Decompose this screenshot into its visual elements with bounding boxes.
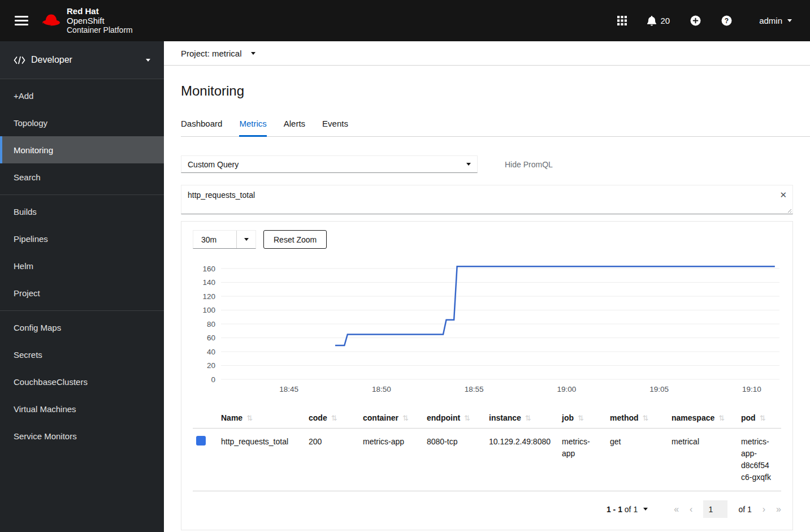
pager-nav: « ‹ of 1 › » — [674, 500, 781, 518]
chevron-down-icon — [244, 238, 249, 241]
masthead: Red Hat OpenShift Container Platform 20 — [0, 0, 810, 41]
perspective-switcher[interactable]: Developer — [0, 41, 164, 79]
project-selector[interactable]: Project: metrical — [181, 49, 255, 58]
brand-logo: Red Hat OpenShift Container Platform — [41, 7, 133, 34]
metrics-chart[interactable]: 02040608010012014016018:4518:5018:5519:0… — [193, 257, 781, 397]
redhat-hat-icon — [41, 13, 62, 29]
chevron-down-icon — [146, 59, 150, 62]
sidebar-item-add[interactable]: +Add — [0, 82, 164, 109]
cell-pod: metrics-app-d8c6f54c6-gxqfk — [741, 429, 781, 491]
help-button[interactable]: ? — [721, 15, 732, 26]
code-icon — [14, 56, 25, 64]
table-row: http_requests_total200metrics-app8080-tc… — [193, 429, 781, 491]
sort-icon: ⇅ — [578, 414, 584, 422]
series-line-http-requests-total — [335, 266, 775, 345]
sidebar-item-monitoring[interactable]: Monitoring — [0, 136, 164, 163]
hide-promql-button[interactable]: Hide PromQL — [505, 160, 553, 169]
column-header-method[interactable]: method⇅ — [610, 408, 672, 429]
project-label: Project: metrical — [181, 49, 242, 58]
chevron-down-icon — [466, 163, 471, 166]
column-header-job[interactable]: job⇅ — [562, 408, 610, 429]
tab-metrics[interactable]: Metrics — [239, 119, 266, 136]
column-header-label: Name — [221, 413, 242, 422]
last-page-button[interactable]: » — [776, 505, 781, 514]
tab-dashboard[interactable]: Dashboard — [181, 119, 222, 136]
sidebar-item-helm[interactable]: Helm — [0, 252, 164, 279]
query-type-value: Custom Query — [188, 160, 239, 169]
pagination-of: of 1 — [625, 505, 638, 514]
sidebar-item-virtual-machines[interactable]: Virtual Machines — [0, 395, 164, 422]
sidebar: Developer +AddTopologyMonitoringSearchBu… — [0, 41, 164, 532]
sidebar-item-topology[interactable]: Topology — [0, 109, 164, 136]
column-header-name[interactable]: Name⇅ — [221, 408, 309, 429]
masthead-toolbar: 20 ? admin — [617, 15, 810, 26]
plus-circle-icon — [690, 15, 701, 26]
notification-count: 20 — [660, 16, 670, 25]
per-page-menu-button[interactable]: 1 - 1 of 1 — [603, 504, 651, 514]
nav-group: +AddTopologyMonitoringSearch — [0, 79, 164, 194]
first-page-button[interactable]: « — [674, 505, 679, 514]
page-title: Monitoring — [181, 83, 793, 99]
tab-alerts[interactable]: Alerts — [284, 119, 305, 136]
sidebar-item-service-monitors[interactable]: Service Monitors — [0, 422, 164, 449]
project-bar: Project: metrical — [164, 41, 810, 66]
promql-input[interactable]: http_requests_total — [181, 185, 793, 214]
sidebar-item-search[interactable]: Search — [0, 163, 164, 191]
brand-name: Red Hat — [67, 7, 133, 16]
column-header-label: pod — [741, 413, 756, 422]
sidebar-item-config-maps[interactable]: Config Maps — [0, 314, 164, 341]
query-results-table: Name⇅code⇅container⇅endpoint⇅instance⇅jo… — [193, 408, 781, 491]
menu-toggle-button[interactable] — [14, 11, 29, 30]
notifications-button[interactable]: 20 — [647, 16, 670, 26]
timespan-value: 30m — [193, 231, 236, 248]
column-header-label: instance — [489, 413, 521, 422]
reset-zoom-button[interactable]: Reset Zoom — [263, 230, 327, 249]
sort-icon: ⇅ — [402, 414, 409, 422]
svg-text:120: 120 — [202, 292, 215, 301]
user-menu-button[interactable]: admin — [756, 15, 795, 26]
cell-container: metrics-app — [363, 429, 427, 491]
question-circle-icon: ? — [721, 15, 732, 26]
svg-text:19:00: 19:00 — [557, 385, 576, 393]
sidebar-item-builds[interactable]: Builds — [0, 198, 164, 225]
sidebar-item-project[interactable]: Project — [0, 279, 164, 306]
series-color-swatch[interactable] — [196, 436, 206, 446]
sidebar-item-secrets[interactable]: Secrets — [0, 341, 164, 368]
prev-page-button[interactable]: ‹ — [690, 505, 692, 514]
sidebar-item-couchbaseclusters[interactable]: CouchbaseClusters — [0, 368, 164, 395]
pagination-range: 1 - 1 — [607, 505, 622, 514]
perspective-label: Developer — [31, 55, 146, 65]
cell-method: get — [610, 429, 672, 491]
svg-text:18:55: 18:55 — [465, 385, 484, 393]
timespan-select[interactable]: 30m — [193, 230, 256, 249]
current-page-input[interactable] — [703, 500, 727, 518]
column-header-code[interactable]: code⇅ — [309, 408, 363, 429]
clear-query-button[interactable]: ✕ — [778, 189, 788, 201]
tab-events[interactable]: Events — [322, 119, 348, 136]
column-header-namespace[interactable]: namespace⇅ — [672, 408, 741, 429]
chart-toolbar: 30m Reset Zoom — [193, 230, 781, 249]
brand-platform: Container Platform — [67, 25, 133, 34]
next-page-button[interactable]: › — [763, 505, 765, 514]
svg-text:60: 60 — [207, 334, 215, 342]
sidebar-nav: +AddTopologyMonitoringSearchBuildsPipeli… — [0, 79, 164, 453]
svg-text:20: 20 — [207, 361, 215, 370]
column-header-pod[interactable]: pod⇅ — [741, 408, 781, 429]
sort-icon: ⇅ — [246, 414, 253, 422]
chart-gridlines: 020406080100120140160 — [202, 265, 779, 384]
column-header-label: code — [309, 413, 327, 422]
column-header-container[interactable]: container⇅ — [363, 408, 427, 429]
query-type-select[interactable]: Custom Query — [181, 155, 478, 173]
add-button[interactable] — [690, 15, 701, 26]
svg-text:0: 0 — [211, 375, 215, 384]
column-header-instance[interactable]: instance⇅ — [489, 408, 562, 429]
tab-bar: DashboardMetricsAlertsEvents — [181, 119, 810, 137]
sort-icon: ⇅ — [331, 414, 337, 422]
svg-text:100: 100 — [202, 306, 215, 314]
column-header-label: endpoint — [427, 413, 460, 422]
column-header-endpoint[interactable]: endpoint⇅ — [427, 408, 489, 429]
svg-text:80: 80 — [207, 320, 215, 328]
table-header-row: Name⇅code⇅container⇅endpoint⇅instance⇅jo… — [193, 408, 781, 429]
sidebar-item-pipelines[interactable]: Pipelines — [0, 225, 164, 252]
app-launcher-button[interactable] — [617, 16, 627, 25]
